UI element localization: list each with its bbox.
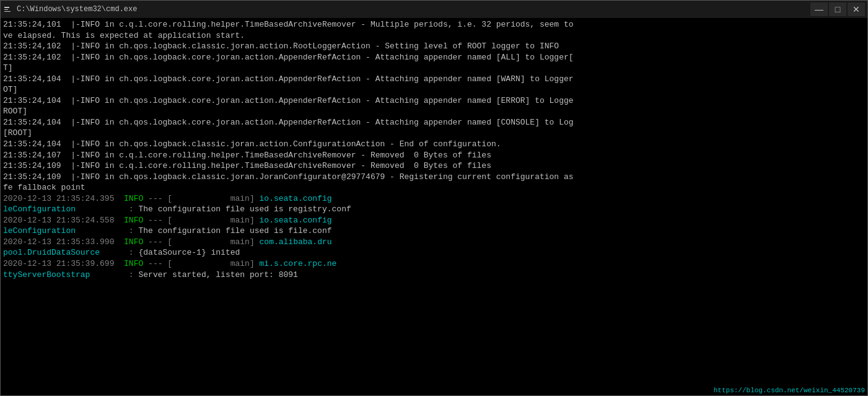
- log-line: 2020-12-13 21:35:39.699 INFO --- [ main]…: [3, 258, 865, 270]
- cmd-icon: [3, 4, 13, 14]
- minimize-button[interactable]: —: [810, 2, 828, 16]
- log-line: 21:35:24,109 |-INFO in ch.qos.logback.cl…: [3, 172, 865, 183]
- log-line: 21:35:24,102 |-INFO in ch.qos.logback.cl…: [3, 41, 865, 52]
- log-line: [ROOT]: [3, 128, 865, 139]
- log-line: 21:35:24,104 |-INFO in ch.qos.logback.cl…: [3, 139, 865, 150]
- close-button[interactable]: ✕: [848, 2, 865, 16]
- log-line: ve elapsed. This is expected at applicat…: [3, 30, 865, 42]
- title-bar: C:\Windows\system32\cmd.exe — □ ✕: [1, 1, 867, 18]
- log-line: fe fallback point: [3, 182, 865, 193]
- console-body: 21:35:24,101 |-INFO in c.q.l.core.rollin…: [1, 18, 867, 395]
- log-content: 21:35:24,101 |-INFO in c.q.l.core.rollin…: [3, 19, 865, 394]
- log-line: T]: [3, 63, 865, 74]
- log-line: 21:35:24,102 |-INFO in ch.qos.logback.co…: [3, 52, 865, 63]
- log-line: leConfiguration : The configuration file…: [3, 226, 865, 237]
- maximize-button[interactable]: □: [829, 2, 846, 16]
- log-line: leConfiguration : The configuration file…: [3, 204, 865, 215]
- log-line: OT]: [3, 84, 865, 95]
- log-line: 21:35:24,104 |-INFO in ch.qos.logback.co…: [3, 95, 865, 107]
- log-line: ROOT]: [3, 106, 865, 117]
- title-bar-controls: — □ ✕: [810, 2, 865, 16]
- svg-rect-2: [4, 9, 8, 10]
- log-line: 21:35:24,109 |-INFO in c.q.l.core.rollin…: [3, 161, 865, 172]
- log-line: 21:35:24,104 |-INFO in ch.qos.logback.co…: [3, 117, 865, 128]
- watermark-text: https://blog.csdn.net/weixin_44520739: [714, 387, 865, 394]
- log-line: 2020-12-13 21:35:33.990 INFO --- [ main]…: [3, 237, 865, 248]
- log-line: 2020-12-13 21:35:24.558 INFO --- [ main]…: [3, 215, 865, 226]
- log-line: pool.DruidDataSource : {dataSource-1} in…: [3, 247, 865, 258]
- log-line: 21:35:24,101 |-INFO in c.q.l.core.rollin…: [3, 19, 865, 30]
- svg-rect-3: [4, 11, 11, 12]
- log-line: 2020-12-13 21:35:24.395 INFO --- [ main]…: [3, 193, 865, 205]
- log-line: 21:35:24,104 |-INFO in ch.qos.logback.co…: [3, 74, 865, 85]
- svg-rect-1: [4, 7, 9, 8]
- log-line: 21:35:24,107 |-INFO in c.q.l.core.rollin…: [3, 150, 865, 161]
- log-line: ttyServerBootstrap : Server started, lis…: [3, 270, 865, 281]
- window-title: C:\Windows\system32\cmd.exe: [17, 5, 137, 14]
- title-bar-left: C:\Windows\system32\cmd.exe: [3, 4, 137, 14]
- cmd-window: C:\Windows\system32\cmd.exe — □ ✕ 21:35:…: [0, 0, 868, 396]
